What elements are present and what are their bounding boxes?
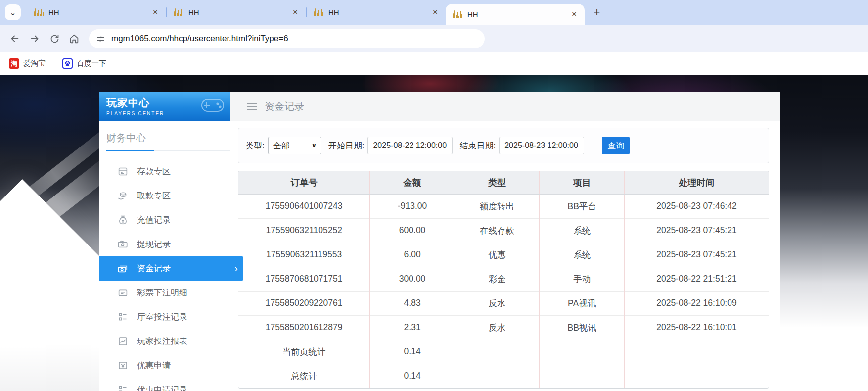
table-row: 1755906321105252600.00在线存款系统2025-08-23 0… bbox=[238, 218, 769, 243]
table-cell: 6.00 bbox=[370, 243, 455, 267]
sidebar-item-hall-bet-records[interactable]: 厅室投注记录› bbox=[99, 305, 230, 329]
sidebar-item-lottery-bet-details[interactable]: 彩票下注明细› bbox=[99, 281, 230, 305]
end-date-input[interactable] bbox=[499, 137, 584, 154]
funds-table: 订单号金额类型项目处理时间 1755906401007243-913.00额度转… bbox=[238, 171, 769, 389]
table-cell: 总统计 bbox=[238, 364, 370, 388]
table-cell bbox=[540, 364, 625, 388]
browser-tab-4[interactable]: HH× bbox=[446, 4, 585, 25]
ticket-list-icon bbox=[117, 288, 128, 298]
sidebar-item-label: 提现记录 bbox=[137, 239, 171, 250]
sidebar-item-withdrawal-records[interactable]: 提现记录› bbox=[99, 232, 230, 256]
sidebar-item-withdraw-zone[interactable]: 取款专区› bbox=[99, 184, 230, 208]
start-date-label: 开始日期: bbox=[328, 140, 365, 151]
site-favicon-icon bbox=[453, 10, 462, 18]
sidebar-item-label: 优惠申请记录 bbox=[137, 384, 187, 391]
tab-title: HH bbox=[48, 8, 150, 17]
promo-record-icon bbox=[117, 385, 128, 391]
sidebar-item-label: 存款专区 bbox=[137, 166, 171, 177]
page-title: 资金记录 bbox=[265, 100, 304, 113]
deposit-card-icon bbox=[117, 166, 128, 177]
sidebar-item-label: 取款专区 bbox=[137, 190, 171, 201]
table-row: 17558502016128792.31反水BB视讯2025-08-22 16:… bbox=[238, 315, 769, 340]
tab-search-button[interactable]: ⌄ bbox=[5, 4, 21, 20]
table-row: 17558502092207614.83反水PA视讯2025-08-22 16:… bbox=[238, 291, 769, 315]
table-cell: BB平台 bbox=[540, 194, 625, 218]
table-cell: 0.14 bbox=[370, 340, 455, 364]
tab-close-icon[interactable]: × bbox=[150, 7, 161, 18]
address-bar[interactable]: mgm1065.com/hhcp/usercenter.html?iniType… bbox=[89, 29, 485, 48]
withdraw-hand-icon bbox=[117, 191, 128, 201]
sidebar-item-label: 充值记录 bbox=[137, 214, 171, 226]
back-button[interactable] bbox=[5, 29, 25, 49]
tab-close-icon[interactable]: × bbox=[430, 7, 441, 18]
url-text: mgm1065.com/hhcp/usercenter.html?iniType… bbox=[111, 34, 288, 44]
sidebar-item-label: 彩票下注明细 bbox=[137, 287, 187, 298]
promo-envelope-icon bbox=[117, 360, 128, 371]
column-header-4: 项目 bbox=[540, 171, 625, 194]
bookmark-baidu[interactable]: 百度一下 bbox=[62, 58, 106, 69]
browser-tab-1[interactable]: HH× bbox=[27, 0, 166, 25]
browser-toolbar: mgm1065.com/hhcp/usercenter.html?iniType… bbox=[0, 25, 868, 52]
table-cell: 1755850209220761 bbox=[238, 291, 370, 315]
table-cell: 1755906321119553 bbox=[238, 243, 370, 267]
table-cell: 1755850201612879 bbox=[238, 315, 370, 340]
tab-close-icon[interactable]: × bbox=[290, 7, 301, 18]
select-caret-icon: ∨ bbox=[312, 142, 317, 149]
checklist-icon bbox=[117, 312, 128, 323]
home-button[interactable] bbox=[64, 29, 84, 49]
sidebar-item-label: 玩家投注报表 bbox=[137, 336, 187, 347]
column-header-3: 类型 bbox=[455, 171, 540, 194]
bookmarks-bar: 淘爱淘宝百度一下 bbox=[0, 52, 868, 75]
table-cell: 手动 bbox=[540, 267, 625, 291]
reload-button[interactable] bbox=[45, 29, 64, 49]
table-row: 1755870681071751300.00彩金手动2025-08-22 21:… bbox=[238, 267, 769, 291]
table-cell: 反水 bbox=[455, 315, 540, 340]
site-favicon-icon bbox=[34, 8, 44, 16]
table-cell bbox=[455, 364, 540, 388]
end-date-label: 结束日期: bbox=[459, 140, 496, 151]
column-header-1: 订单号 bbox=[238, 171, 370, 194]
table-cell bbox=[540, 340, 625, 364]
table-cell: 1755906321105252 bbox=[238, 218, 370, 243]
table-cell: 2.31 bbox=[370, 315, 455, 340]
forward-arrow-icon bbox=[29, 33, 40, 44]
table-cell: 彩金 bbox=[455, 267, 540, 291]
tab-list: HH×HH×HH×HH× bbox=[27, 0, 585, 25]
cash-icon bbox=[117, 239, 128, 250]
search-button[interactable]: 查询 bbox=[602, 137, 630, 154]
sidebar-item-promo-apply[interactable]: 优惠申请› bbox=[99, 353, 230, 378]
table-cell: 系统 bbox=[540, 243, 625, 267]
chevron-down-icon: ⌄ bbox=[9, 8, 16, 17]
taobao-icon: 淘 bbox=[9, 58, 19, 69]
table-cell: 600.00 bbox=[370, 218, 455, 243]
moneybag-icon bbox=[117, 215, 128, 226]
new-tab-button[interactable]: + bbox=[590, 5, 604, 20]
type-select-value: 全部 bbox=[273, 140, 290, 151]
browser-tab-2[interactable]: HH× bbox=[167, 0, 306, 25]
bookmark-aitaobao[interactable]: 淘爱淘宝 bbox=[9, 58, 46, 69]
sidebar-item-recharge-records[interactable]: 充值记录› bbox=[99, 208, 230, 232]
table-row: 总统计0.14 bbox=[238, 364, 769, 388]
table-header-row: 订单号金额类型项目处理时间 bbox=[238, 171, 769, 194]
type-select[interactable]: 全部 ∨ bbox=[268, 137, 321, 154]
page-viewport: 玩家中心 PLAYERS CENTER 财务中心 存款专区›取款专区›充值记录›… bbox=[0, 75, 868, 391]
sidebar-item-deposit-zone[interactable]: 存款专区› bbox=[99, 159, 230, 184]
table-cell: 2025-08-23 07:46:42 bbox=[624, 194, 769, 218]
sidebar-item-promo-apply-records[interactable]: 优惠申请记录› bbox=[99, 378, 230, 391]
table-cell: 当前页统计 bbox=[238, 340, 370, 364]
table-cell: 1755906401007243 bbox=[238, 194, 370, 218]
site-favicon-icon bbox=[174, 8, 183, 16]
sidebar-item-player-bet-report[interactable]: 玩家投注报表› bbox=[99, 329, 230, 353]
sidebar-item-funds-records[interactable]: 资金记录› bbox=[99, 256, 243, 281]
hamburger-icon[interactable] bbox=[247, 103, 257, 110]
start-date-input[interactable] bbox=[367, 137, 453, 154]
sidebar-menu: 存款专区›取款专区›充值记录›提现记录›资金记录›彩票下注明细›厅室投注记录›玩… bbox=[99, 151, 230, 391]
table-cell bbox=[624, 340, 769, 364]
forward-button[interactable] bbox=[25, 29, 45, 49]
tab-title: HH bbox=[328, 8, 430, 17]
table-row: 1755906401007243-913.00额度转出BB平台2025-08-2… bbox=[238, 194, 769, 218]
table-cell: 在线存款 bbox=[455, 218, 540, 243]
browser-tab-3[interactable]: HH× bbox=[307, 0, 446, 25]
tab-close-icon[interactable]: × bbox=[569, 9, 580, 20]
site-favicon-icon bbox=[314, 8, 323, 16]
